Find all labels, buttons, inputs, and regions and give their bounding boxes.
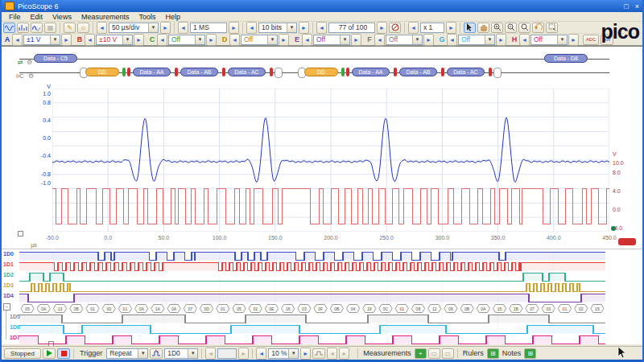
gear-icon[interactable]: ⚙	[28, 73, 34, 80]
buffer-nav[interactable]: 77 of 100	[328, 23, 375, 33]
link-decoder-icon[interactable]: ⇄	[18, 60, 23, 66]
stopped-button[interactable]: Stopped	[4, 348, 41, 359]
pretrigger-prev-arrow-icon[interactable]: ◄	[256, 348, 266, 360]
xy-view-icon[interactable]: ▦	[44, 23, 56, 33]
zoom-next-arrow-icon[interactable]: ►	[446, 22, 456, 34]
capture-prev-arrow-icon[interactable]: ◄	[327, 348, 337, 360]
menu-tools[interactable]: Tools	[134, 13, 159, 21]
channel-a-range-select[interactable]: ±1 V▼	[23, 35, 60, 45]
channel-b-prev-arrow-icon[interactable]: ◄	[85, 34, 95, 46]
channel-h-next-arrow-icon[interactable]: ►	[568, 34, 579, 46]
pretrigger-input[interactable]: 10 %▼	[268, 348, 299, 359]
channel-c-next-arrow-icon[interactable]: ►	[206, 34, 217, 46]
decode-bubble[interactable]: Data - AB	[399, 68, 437, 76]
notes-icon[interactable]: ⊞	[524, 348, 536, 359]
channel-f-range-select[interactable]: Off▼	[386, 35, 423, 45]
home-icon[interactable]: ⌂	[77, 23, 89, 33]
decode-bubble[interactable]: Data - AA	[133, 68, 171, 76]
select-tool-icon[interactable]	[464, 23, 476, 33]
timebase-prev-arrow-icon[interactable]: ◄	[97, 22, 107, 34]
delete-measurement-icon[interactable]: ▭	[442, 348, 454, 359]
trigger-marker-icon[interactable]	[150, 348, 163, 359]
resolution-next-arrow-icon[interactable]: ►	[299, 22, 309, 34]
maximize-icon[interactable]: □	[624, 2, 628, 10]
decode-bubble[interactable]: DD	[304, 68, 338, 76]
channel-b-label[interactable]: B	[76, 35, 84, 43]
channel-c-label[interactable]: C	[148, 35, 156, 43]
scope-view-icon[interactable]	[3, 23, 15, 33]
digital-channel-label-1d5[interactable]: 1D5	[10, 314, 20, 320]
buffer-overview-icon[interactable]	[389, 23, 401, 33]
threshold-next-arrow-icon[interactable]: ►	[238, 348, 249, 360]
stop-icon[interactable]	[57, 348, 70, 359]
channel-d-range-select[interactable]: Off▼	[241, 35, 278, 45]
channel-e-label[interactable]: E	[293, 35, 301, 43]
zoom-out-icon[interactable]	[505, 23, 517, 33]
channel-d-label[interactable]: D	[221, 35, 229, 43]
add-measurement-icon[interactable]: +	[415, 348, 427, 359]
timebase-next-arrow-icon[interactable]: ►	[160, 22, 171, 34]
menu-edit[interactable]: Edit	[27, 13, 47, 21]
trigger-mode-select[interactable]: Repeat▼	[106, 348, 148, 359]
samples-next-arrow-icon[interactable]: ►	[229, 22, 239, 34]
digital-channel-label-1d1[interactable]: 1D1	[3, 261, 14, 268]
channel-d-next-arrow-icon[interactable]: ►	[279, 34, 289, 46]
channel-h-range-select[interactable]: Off▼	[530, 35, 568, 45]
play-icon[interactable]	[43, 348, 56, 359]
channel-f-label[interactable]: F	[365, 35, 374, 43]
menu-file[interactable]: File	[5, 13, 25, 21]
digital-channel-label-1d0[interactable]: 1D0	[3, 251, 14, 257]
channel-h-label[interactable]: H	[510, 35, 518, 43]
persistence-view-icon[interactable]	[31, 23, 43, 33]
channel-a-next-arrow-icon[interactable]: ►	[61, 34, 72, 46]
channel-e-prev-arrow-icon[interactable]: ◄	[302, 34, 312, 46]
channel-f-prev-arrow-icon[interactable]: ◄	[374, 34, 385, 46]
decode-bubble[interactable]: Data - C5	[34, 54, 77, 63]
timebase-select[interactable]: 50 µs/div▼	[109, 23, 159, 33]
notes-pencil-icon[interactable]: ✎	[64, 23, 76, 33]
menu-help[interactable]: Help	[161, 13, 184, 21]
digital-channel-label-1d3[interactable]: 1D3	[3, 282, 14, 289]
decode-bubble[interactable]: Data - AC	[447, 68, 485, 76]
digital-channel-label-1d6[interactable]: 1D6	[10, 324, 20, 331]
resolution-select[interactable]: 10 bits▼	[258, 23, 297, 33]
threshold-prev-arrow-icon[interactable]: ◄	[205, 348, 216, 360]
menu-measurements[interactable]: Measurements	[77, 13, 134, 21]
close-icon[interactable]: ×	[635, 2, 639, 10]
channel-e-range-select[interactable]: Off▼	[313, 35, 350, 45]
trigger-source-select[interactable]: 1D0▼	[164, 348, 198, 359]
zoom-prev-arrow-icon[interactable]: ◄	[408, 22, 419, 34]
decode-bubble[interactable]: Data - AA	[352, 68, 390, 76]
edit-measurement-icon[interactable]: ▭	[428, 348, 440, 359]
gear-icon[interactable]: ⚙	[27, 60, 32, 66]
digital-channel-label-1d7[interactable]: 1D7	[10, 335, 20, 341]
decode-bubble[interactable]: Data - D8	[544, 54, 588, 63]
hand-tool-icon[interactable]	[477, 23, 489, 33]
digital-graph[interactable]: 050A130B0100010A1A0A070D0105020E16030F0B…	[2, 249, 644, 344]
decode-bubble[interactable]: DD	[85, 68, 119, 76]
channel-c-range-select[interactable]: Off▼	[168, 35, 205, 45]
buffer-next-arrow-icon[interactable]: ►	[377, 22, 387, 34]
digital-channel-label-1d4[interactable]: 1D4	[3, 293, 14, 299]
quick-trigger-icon[interactable]	[312, 348, 325, 359]
pretrigger-next-arrow-icon[interactable]: ►	[300, 348, 311, 360]
channel-c-prev-arrow-icon[interactable]: ◄	[157, 34, 167, 46]
channel-b-next-arrow-icon[interactable]: ►	[134, 34, 144, 46]
adc-monitor-icon[interactable]: ADC	[583, 35, 599, 45]
channel-b-range-select[interactable]: ±10 V▼	[96, 35, 133, 45]
channel-h-prev-arrow-icon[interactable]: ◄	[519, 34, 530, 46]
undo-zoom-icon[interactable]	[532, 23, 544, 33]
threshold-input[interactable]	[217, 348, 237, 359]
spectrum-view-icon[interactable]	[17, 23, 29, 33]
zoom-factor-input[interactable]: x 1	[420, 23, 444, 33]
splitter-handle-top[interactable]	[18, 231, 23, 237]
i2c-decoder-icon[interactable]: I²C	[16, 73, 23, 80]
channel-f-next-arrow-icon[interactable]: ►	[423, 34, 434, 46]
channel-d-prev-arrow-icon[interactable]: ◄	[229, 34, 240, 46]
channel-g-range-select[interactable]: Off▼	[458, 35, 495, 45]
channel-a-prev-arrow-icon[interactable]: ◄	[12, 34, 23, 46]
channel-e-next-arrow-icon[interactable]: ►	[351, 34, 361, 46]
decode-bubble[interactable]: Data - AC	[228, 68, 266, 76]
analog-graph[interactable]	[52, 88, 609, 232]
samples-input[interactable]: 1 MS	[190, 23, 227, 33]
